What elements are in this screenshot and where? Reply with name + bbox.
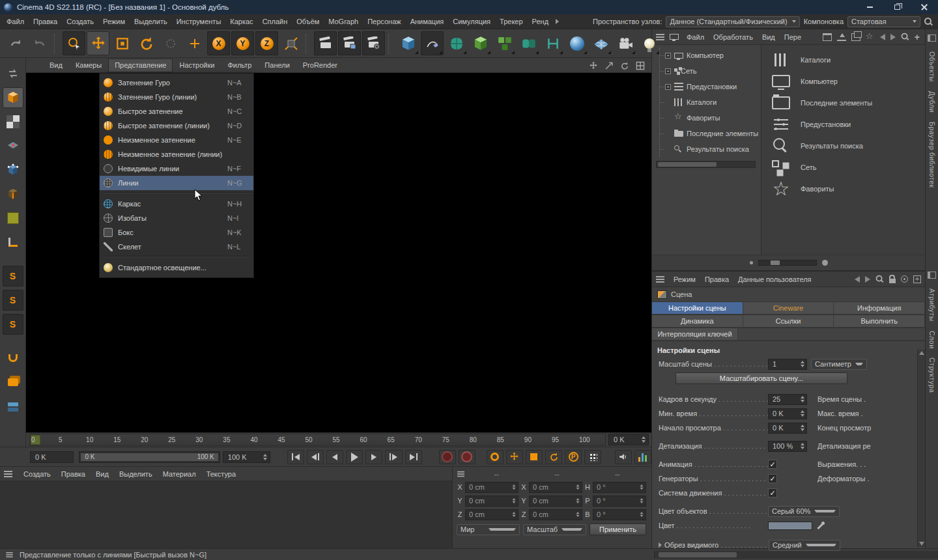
menubar-item[interactable]: Режим <box>98 15 130 28</box>
search-icon[interactable] <box>901 33 909 41</box>
spinner-icon[interactable] <box>642 436 646 443</box>
next-frame-button[interactable] <box>365 450 382 464</box>
panel-menu-icon[interactable] <box>4 471 12 477</box>
target-icon[interactable] <box>901 275 908 283</box>
x-axis-lock[interactable]: X <box>207 31 230 55</box>
render-picture-viewer-button[interactable] <box>338 31 361 55</box>
panel-dock-icon[interactable] <box>928 35 936 42</box>
material-menu-item[interactable]: Правка <box>57 468 90 481</box>
record-parameter-button[interactable]: P <box>565 450 582 464</box>
browser-list-item[interactable]: Фавориты <box>771 178 925 199</box>
sound-button[interactable] <box>615 450 632 464</box>
add-cube-button[interactable] <box>397 31 419 55</box>
attribute-tab[interactable]: Cineware <box>743 302 834 315</box>
viewport-menu-item[interactable]: Настройки <box>173 59 221 72</box>
coords-column-header[interactable]: -- <box>588 470 646 478</box>
viewport-menu-item[interactable]: Камеры <box>69 59 108 72</box>
display-menu-item[interactable]: Линии N~G <box>100 176 253 190</box>
display-menu-item[interactable]: Затенение Гуро N~A <box>100 76 253 90</box>
object-color-select[interactable]: Серый 60% <box>768 506 840 517</box>
floor-button[interactable] <box>590 31 612 55</box>
generator-button[interactable] <box>469 31 492 55</box>
display-menu-item[interactable] <box>100 192 253 197</box>
add-icon[interactable]: + <box>915 34 920 40</box>
attributes-menu-item[interactable]: Режим <box>670 273 700 286</box>
model-mode-button[interactable] <box>3 87 23 108</box>
restore-button[interactable] <box>883 0 911 14</box>
browser-list-item[interactable]: Каталоги <box>771 49 925 70</box>
material-menu-item[interactable]: Создать <box>19 468 55 481</box>
browser-list-item[interactable]: Последние элементы <box>771 92 925 113</box>
size-mode-select[interactable]: Масштаб <box>523 524 586 535</box>
go-to-start-button[interactable] <box>287 450 304 464</box>
render-view-button[interactable] <box>314 31 337 55</box>
coord-field[interactable]: 0 cm <box>465 482 519 493</box>
attribute-tab[interactable]: Настройки сцены <box>652 302 743 315</box>
coord-field[interactable]: 0 cm <box>529 509 582 520</box>
render-settings-button[interactable] <box>362 31 385 55</box>
zoom-out-icon[interactable] <box>750 261 753 264</box>
tree-item[interactable]: Последние элементы <box>660 126 761 141</box>
attributes-scrollbar[interactable] <box>917 350 925 547</box>
material-menu-item[interactable]: Текстура <box>202 468 240 481</box>
back-icon[interactable] <box>880 34 885 40</box>
axis-plus-tool[interactable] <box>183 31 206 55</box>
lock-icon[interactable] <box>889 279 896 283</box>
attribute-tab[interactable]: Интерполяция ключей <box>652 328 738 341</box>
display-menu-item[interactable]: Затенение Гуро (линии) N~B <box>100 90 253 104</box>
history-forward-icon[interactable] <box>865 276 870 283</box>
record-rotation-button[interactable] <box>545 450 562 464</box>
layout-select[interactable]: Стартовая <box>847 16 920 27</box>
menubar-item[interactable]: Сплайн <box>258 15 292 28</box>
display-menu-item[interactable]: Изобаты N~I <box>100 211 253 225</box>
pan-view-icon[interactable] <box>589 61 598 70</box>
color-swatch[interactable] <box>768 522 812 530</box>
rotate-tool[interactable] <box>135 31 158 55</box>
apply-button[interactable]: Применить <box>590 524 646 535</box>
browser-menu-item[interactable]: Файл <box>683 31 708 44</box>
motion-system-checkbox[interactable] <box>768 488 777 497</box>
redo-button[interactable] <box>28 31 51 55</box>
snap-settings-button[interactable] <box>3 372 23 393</box>
record-position-button[interactable] <box>506 450 523 464</box>
display-menu-item[interactable]: Неизменное затенение (линии) <box>100 147 253 161</box>
range-start-field[interactable]: 0 K <box>30 451 74 463</box>
coords-column-header[interactable]: -- <box>528 470 586 478</box>
attribute-tab[interactable]: Выполнить <box>834 315 925 328</box>
make-editable-button[interactable] <box>3 63 23 84</box>
live-selection-tool[interactable] <box>63 31 85 55</box>
quantize-button[interactable] <box>3 396 23 417</box>
float-window-icon[interactable] <box>823 33 832 41</box>
previous-frame-button[interactable] <box>326 450 343 464</box>
coord-field[interactable]: 0 ° <box>593 496 646 507</box>
display-menu-item[interactable]: Неизменное затенение N~E <box>100 133 253 147</box>
workplane-button[interactable] <box>3 232 23 253</box>
scrollbar-thumb[interactable] <box>659 552 737 557</box>
tree-item[interactable]: Каталоги <box>660 94 761 110</box>
display-menu-item[interactable]: Невидимые линии N~F <box>100 161 253 176</box>
panel-menu-icon[interactable] <box>656 276 664 283</box>
display-menu-item[interactable]: Стандартное освещение... <box>100 260 253 275</box>
coords-column-header[interactable]: -- <box>468 470 526 478</box>
coordinate-space-select[interactable]: Мир <box>457 524 520 535</box>
keyframe-selection-button[interactable] <box>487 450 504 464</box>
chevron-right-icon[interactable] <box>659 542 662 548</box>
panel-menu-icon[interactable] <box>457 471 464 477</box>
go-to-end-button[interactable] <box>405 450 422 464</box>
eyedropper-icon[interactable] <box>816 522 825 530</box>
attribute-object-row[interactable]: Сцена <box>652 287 925 302</box>
favorites-icon[interactable] <box>866 33 875 41</box>
menubar-item[interactable]: Файл <box>2 15 29 28</box>
texture-mode-button[interactable] <box>3 111 23 132</box>
solo-hierarchy-button[interactable]: S <box>3 314 23 335</box>
side-tab-attributes[interactable]: Атрибуты <box>928 288 936 322</box>
browser-list-item[interactable]: Результаты поиска <box>771 135 925 156</box>
browser-menu-item[interactable]: Обработать <box>709 31 757 44</box>
attribute-tab[interactable]: Ссылки <box>743 315 834 328</box>
solo-off-button[interactable]: S <box>3 266 23 287</box>
menubar-item[interactable]: Объём <box>292 15 324 28</box>
status-menu-icon[interactable] <box>6 552 12 557</box>
record-pla-button[interactable] <box>584 450 601 464</box>
animation-checkbox[interactable] <box>768 460 777 469</box>
display-menu-item[interactable]: Быстрое затенение N~C <box>100 104 253 119</box>
